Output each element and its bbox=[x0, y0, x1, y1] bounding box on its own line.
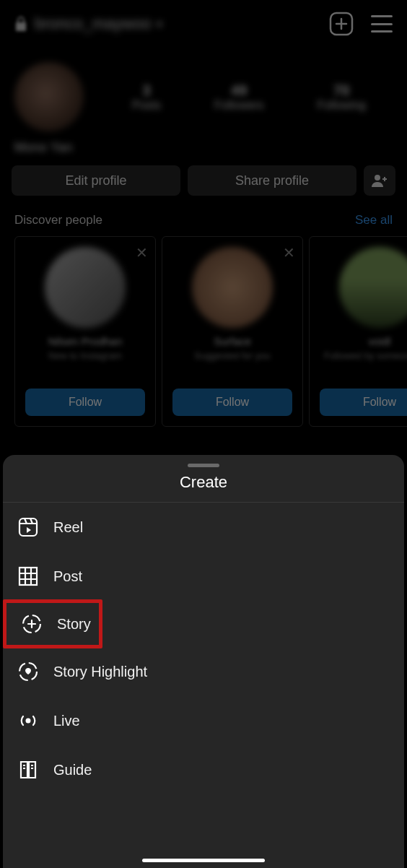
menu-item-label: Reel bbox=[53, 519, 83, 536]
sheet-title: Create bbox=[3, 473, 404, 503]
profile-stats: 3Posts 49Followers 70Following bbox=[105, 82, 393, 112]
menu-item-live[interactable]: Live bbox=[3, 696, 404, 745]
menu-item-story[interactable]: Story bbox=[3, 599, 102, 648]
suggestion-card[interactable]: ✕ Nilsen Prodhan New to Instagram Follow bbox=[14, 236, 156, 427]
close-icon[interactable]: ✕ bbox=[136, 244, 148, 261]
hamburger-menu-button[interactable] bbox=[371, 15, 393, 32]
stat-following[interactable]: 70Following bbox=[317, 82, 366, 112]
svg-point-1 bbox=[375, 175, 380, 181]
lock-icon bbox=[14, 16, 27, 32]
close-icon[interactable]: ✕ bbox=[283, 244, 295, 261]
menu-item-label: Live bbox=[53, 713, 80, 729]
svg-rect-0 bbox=[331, 13, 352, 35]
reel-icon bbox=[17, 516, 39, 538]
discover-title: Discover people bbox=[14, 213, 102, 227]
edit-profile-button[interactable]: Edit profile bbox=[12, 165, 180, 196]
svg-rect-3 bbox=[19, 568, 37, 585]
menu-item-guide[interactable]: Guide bbox=[3, 745, 404, 794]
chevron-down-icon: ▾ bbox=[157, 17, 162, 31]
menu-item-label: Post bbox=[53, 568, 82, 585]
stat-followers[interactable]: 49Followers bbox=[214, 82, 263, 112]
share-profile-button[interactable]: Share profile bbox=[188, 165, 356, 196]
menu-item-reel[interactable]: Reel bbox=[3, 503, 404, 552]
menu-item-label: Story bbox=[57, 616, 91, 633]
menu-item-story-highlight[interactable]: Story Highlight bbox=[3, 647, 404, 696]
live-icon bbox=[17, 710, 39, 732]
profile-display-name: Mono Yan bbox=[0, 137, 407, 165]
avatar bbox=[192, 247, 273, 328]
drag-handle[interactable] bbox=[188, 464, 219, 467]
stat-posts[interactable]: 3Posts bbox=[132, 82, 161, 112]
follow-button[interactable]: Follow bbox=[172, 389, 292, 416]
add-friend-button[interactable] bbox=[364, 165, 395, 196]
menu-item-label: Story Highlight bbox=[53, 664, 147, 680]
suggestion-card[interactable]: voidl Followed by someone else Follow bbox=[309, 236, 407, 427]
avatar bbox=[339, 247, 407, 328]
home-indicator[interactable] bbox=[142, 859, 265, 862]
username: bronco_maywoo bbox=[35, 14, 151, 33]
story-icon bbox=[21, 613, 43, 635]
guide-icon bbox=[17, 759, 39, 781]
menu-item-post[interactable]: Post bbox=[3, 552, 404, 601]
create-bottom-sheet: Create ReelPostStoryStory HighlightLiveG… bbox=[3, 455, 404, 868]
suggestion-card[interactable]: ✕ Surface Suggested for you Follow bbox=[162, 236, 303, 427]
follow-button[interactable]: Follow bbox=[320, 389, 407, 416]
svg-rect-2 bbox=[19, 518, 37, 536]
story-highlight-icon bbox=[17, 661, 39, 682]
see-all-link[interactable]: See all bbox=[355, 213, 393, 227]
post-icon bbox=[17, 565, 39, 587]
add-post-button[interactable] bbox=[329, 12, 354, 36]
svg-point-6 bbox=[26, 719, 31, 724]
menu-item-label: Guide bbox=[53, 762, 92, 778]
username-dropdown[interactable]: bronco_maywoo ▾ bbox=[35, 14, 329, 33]
avatar bbox=[45, 247, 126, 328]
profile-avatar[interactable] bbox=[14, 62, 84, 131]
follow-button[interactable]: Follow bbox=[25, 389, 145, 416]
